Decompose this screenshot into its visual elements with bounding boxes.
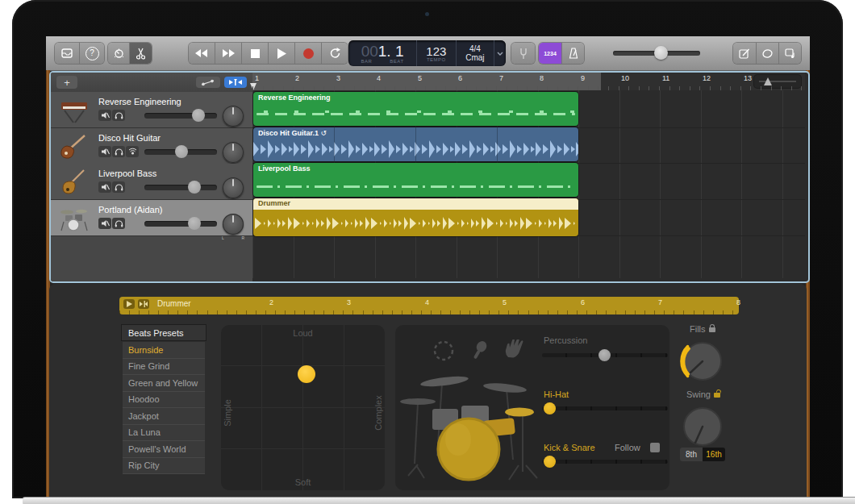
ruler-number: 2: [295, 74, 299, 82]
mute-solo-group: [98, 181, 125, 193]
track-row-reverse-engineering[interactable]: Reverse Engineering L R: [51, 92, 252, 128]
master-volume-slider[interactable]: [613, 51, 700, 56]
pan-knob[interactable]: L R: [223, 177, 244, 198]
tuner-button[interactable]: [511, 43, 535, 64]
forward-button[interactable]: [215, 43, 242, 64]
record-button[interactable]: [295, 43, 322, 64]
ruler-number: 6: [458, 74, 462, 82]
library-button[interactable]: [55, 43, 80, 64]
drummer-region-bar[interactable]: Drummer 2 3 4 5 6 7 8: [119, 297, 739, 314]
percussion-slider[interactable]: [542, 353, 668, 357]
pan-knob[interactable]: L R: [223, 142, 244, 163]
follow-checkbox[interactable]: [650, 443, 660, 452]
rewind-button[interactable]: [189, 43, 215, 64]
region-liverpool-bass[interactable]: Liverpool Bass: [253, 163, 578, 197]
track-volume-slider[interactable]: [144, 185, 217, 190]
track-volume-thumb[interactable]: [188, 181, 201, 194]
mute-button[interactable]: [98, 146, 111, 157]
swing-knob[interactable]: [680, 404, 725, 449]
catch-playhead-button[interactable]: [224, 77, 247, 88]
track-row-liverpool-bass[interactable]: Liverpool Bass L R: [51, 164, 252, 200]
input-monitoring-button[interactable]: [126, 146, 139, 157]
mute-icon: [101, 219, 110, 227]
handclap-icon: [506, 339, 523, 358]
preset-item-green-and-yellow[interactable]: Green and Yellow: [123, 375, 205, 392]
solo-button[interactable]: [112, 110, 125, 121]
fast-forward-icon: [222, 49, 235, 57]
kick-snare-slider[interactable]: [542, 460, 668, 464]
kick-snare-thumb[interactable]: [544, 456, 556, 468]
xy-label-loud: Loud: [293, 328, 312, 338]
percussion-thumb[interactable]: [598, 349, 611, 361]
fills-lock-icon[interactable]: [709, 327, 715, 332]
fills-knob[interactable]: [680, 339, 725, 384]
fills-label: Fills: [690, 324, 715, 334]
region-drummer[interactable]: Drummer: [253, 198, 578, 236]
pan-knob[interactable]: L R: [223, 106, 244, 127]
track-row-disco-hit-guitar[interactable]: Disco Hit Guitar L R: [51, 128, 252, 165]
ruler-zoom-slider[interactable]: [754, 75, 801, 88]
track-volume-thumb[interactable]: [175, 145, 188, 158]
xy-pad[interactable]: Loud Soft Simple Complex: [221, 325, 385, 490]
hihat-slider[interactable]: [542, 406, 668, 410]
mute-solo-group: [98, 110, 125, 121]
ruler-used-section: [252, 73, 601, 90]
preset-item-powells-world[interactable]: Powell's World: [123, 441, 205, 458]
preset-item-rip-city[interactable]: Rip City: [123, 458, 205, 475]
solo-button[interactable]: [112, 181, 125, 193]
preset-item-burnside[interactable]: Burnside: [123, 342, 205, 359]
stop-button[interactable]: [242, 43, 269, 64]
xy-pad-puck[interactable]: [298, 365, 315, 383]
notepad-button[interactable]: [733, 43, 757, 64]
editor-button[interactable]: [130, 43, 152, 64]
volume-thumb[interactable]: [654, 46, 668, 60]
swing-lock-icon[interactable]: [714, 393, 720, 398]
hihat-thumb[interactable]: [544, 402, 556, 414]
mute-button[interactable]: [98, 181, 111, 193]
help-button[interactable]: ?: [80, 43, 104, 64]
help-icon: ?: [86, 47, 99, 60]
loop-browser-button[interactable]: [757, 43, 779, 64]
preset-item-fine-grind[interactable]: Fine Grind: [123, 359, 205, 376]
count-in-button[interactable]: 1234: [539, 43, 562, 64]
mute-icon: [101, 148, 110, 156]
lcd-display[interactable]: 001. 1 BARBEAT 123 TEMPO 4/4 Cmaj: [348, 40, 506, 66]
editor-ruler-number: 4: [425, 298, 429, 306]
automation-button[interactable]: [196, 77, 220, 88]
solo-button[interactable]: [112, 218, 125, 229]
solo-button[interactable]: [112, 146, 125, 157]
cycle-button[interactable]: [322, 43, 348, 64]
play-button[interactable]: [269, 43, 295, 64]
lcd-mode-chevron[interactable]: [494, 40, 506, 66]
arrangement-lanes[interactable]: Reverse Engineering Disco Hit Guitar.1 ↺: [252, 90, 805, 278]
editor-play-button[interactable]: [123, 299, 135, 309]
editor-ruler-number: 2: [269, 298, 273, 306]
tambourine-icon: [435, 342, 453, 360]
smart-controls-button[interactable]: [108, 43, 130, 64]
track-row-portland-aidan[interactable]: Portland (Aidan) L R: [51, 200, 252, 236]
track-volume-slider[interactable]: [144, 149, 217, 155]
drum-kit-illustration[interactable]: [400, 359, 561, 488]
playhead-marker[interactable]: [250, 83, 256, 90]
mute-button[interactable]: [98, 218, 111, 229]
track-volume-thumb[interactable]: [188, 217, 201, 230]
track-volume-thumb[interactable]: [192, 109, 205, 122]
preset-item-la-luna[interactable]: La Luna: [123, 425, 205, 442]
sixteenth-note-button[interactable]: 16th: [703, 448, 725, 461]
lcd-bar-value: 1. 1: [378, 43, 404, 60]
timeline-ruler[interactable]: 1 2 3 4 5 6 7 8 9 10 11 12 13 14: [252, 73, 805, 91]
pan-knob[interactable]: L R: [223, 214, 244, 235]
region-disco-hit-guitar[interactable]: Disco Hit Guitar.1 ↺: [253, 127, 578, 161]
media-browser-button[interactable]: [779, 43, 801, 64]
region-reverse-engineering[interactable]: Reverse Engineering: [253, 92, 578, 126]
editor-catch-button[interactable]: [138, 299, 149, 309]
preset-item-jackpot[interactable]: Jackpot: [123, 408, 205, 425]
mute-button[interactable]: [98, 110, 111, 121]
track-volume-slider[interactable]: [144, 113, 217, 119]
add-track-button[interactable]: +: [56, 76, 77, 89]
metronome-button[interactable]: [562, 43, 584, 64]
zoom-slider-thumb[interactable]: [764, 77, 772, 85]
eighth-note-button[interactable]: 8th: [680, 448, 703, 461]
track-volume-slider[interactable]: [144, 221, 217, 227]
preset-item-hoodoo[interactable]: Hoodoo: [123, 392, 205, 409]
